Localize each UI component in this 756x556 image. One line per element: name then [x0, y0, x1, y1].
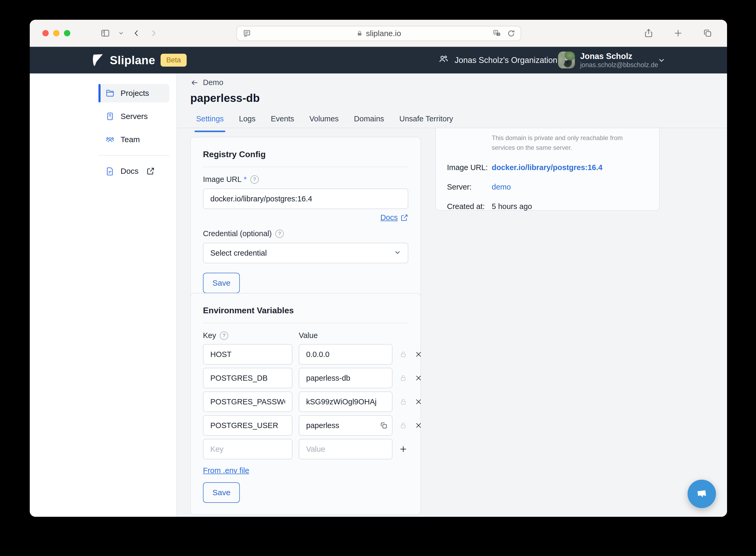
- server-icon: [105, 112, 115, 121]
- organization-switcher[interactable]: Jonas Scholz's Organization: [438, 54, 570, 67]
- sidebar-item-label: Docs: [120, 167, 139, 176]
- window-controls: [42, 30, 70, 36]
- value-column-header: Value: [299, 331, 393, 340]
- zoom-window-button[interactable]: [64, 30, 70, 36]
- image-url-label: Image URL:: [447, 163, 492, 172]
- sidebar-item-servers[interactable]: Servers: [99, 107, 169, 126]
- svg-text:文: 文: [498, 33, 500, 36]
- minimize-window-button[interactable]: [53, 30, 60, 36]
- env-key-input[interactable]: [203, 391, 292, 412]
- url-text: sliplane.io: [366, 29, 401, 38]
- address-bar[interactable]: sliplane.io A文: [237, 26, 521, 41]
- reload-icon[interactable]: [507, 29, 515, 38]
- chevron-down-icon[interactable]: [118, 30, 124, 36]
- created-at-label: Created at:: [447, 202, 492, 211]
- credential-select-value: Select credential: [203, 243, 408, 263]
- sidebar-item-label: Projects: [120, 89, 149, 98]
- copy-icon[interactable]: [380, 421, 388, 429]
- env-save-button[interactable]: Save: [203, 482, 240, 503]
- beta-badge: Beta: [160, 54, 187, 67]
- user-menu-chevron-down-icon[interactable]: [657, 56, 666, 65]
- env-value-input[interactable]: [299, 344, 393, 364]
- add-row-icon[interactable]: [399, 445, 408, 454]
- registry-save-button[interactable]: Save: [203, 273, 240, 293]
- share-icon[interactable]: [644, 28, 653, 38]
- external-link-icon: [146, 167, 155, 175]
- help-icon[interactable]: ?: [275, 230, 284, 238]
- back-arrow-icon: [190, 78, 199, 87]
- chat-bubble-icon: [694, 487, 709, 501]
- new-key-input[interactable]: [203, 439, 292, 459]
- credential-label: Credential (optional): [203, 229, 272, 238]
- help-icon[interactable]: ?: [220, 332, 228, 340]
- remove-row-icon[interactable]: [414, 422, 423, 429]
- external-link-icon: [400, 214, 408, 222]
- back-button[interactable]: [132, 29, 141, 38]
- help-icon[interactable]: ?: [250, 175, 259, 184]
- translate-icon[interactable]: A文: [493, 29, 501, 38]
- brand-logo[interactable]: Sliplane Beta: [91, 53, 187, 68]
- settings-scroll-area[interactable]: Registry Config Image URL * ? Docs: [177, 128, 727, 517]
- env-key-input[interactable]: [203, 368, 292, 388]
- brand-name: Sliplane: [110, 54, 155, 67]
- sidebar-toggle-icon[interactable]: [101, 28, 110, 38]
- user-menu[interactable]: Jonas Scholz jonas.scholz@bbscholz.de: [558, 51, 658, 69]
- sidebar: Projects Servers Team: [30, 73, 177, 517]
- card-divider: [203, 167, 408, 167]
- lock-icon[interactable]: [399, 350, 408, 358]
- from-env-file-link[interactable]: From .env file: [203, 466, 249, 475]
- docs-link[interactable]: Docs: [381, 213, 408, 222]
- env-value-input[interactable]: [299, 368, 393, 388]
- sidebar-divider: [99, 155, 169, 155]
- lock-icon[interactable]: [399, 421, 408, 429]
- app-header: Sliplane Beta Jonas Scholz's Organizatio…: [30, 47, 727, 73]
- sidebar-item-docs[interactable]: Docs: [99, 162, 169, 180]
- new-value-input[interactable]: [299, 439, 393, 459]
- sidebar-item-label: Servers: [120, 112, 148, 121]
- image-url-input[interactable]: [203, 188, 408, 209]
- environment-variables-card: Environment Variables Key ? Value: [190, 293, 421, 515]
- required-marker: *: [244, 175, 247, 184]
- env-value-input[interactable]: [299, 415, 393, 436]
- card-divider: [203, 323, 408, 323]
- chat-widget-button[interactable]: [688, 480, 716, 508]
- card-title: Registry Config: [203, 149, 408, 159]
- detail-row-image-url: Image URL: docker.io/library/postgres:16…: [447, 163, 649, 172]
- key-column-header: Key: [203, 331, 216, 340]
- close-window-button[interactable]: [42, 30, 49, 36]
- organization-icon: [438, 54, 449, 67]
- image-url-link[interactable]: docker.io/library/postgres:16.4: [492, 163, 649, 172]
- env-var-row: [203, 415, 408, 436]
- browser-toolbar: sliplane.io A文: [30, 20, 727, 47]
- env-var-row: [203, 344, 408, 364]
- sidebar-item-team[interactable]: Team: [99, 130, 169, 149]
- env-key-input[interactable]: [203, 344, 292, 364]
- remove-row-icon[interactable]: [414, 351, 423, 358]
- created-at-value: 5 hours ago: [492, 202, 649, 211]
- breadcrumb[interactable]: Demo: [190, 78, 223, 87]
- env-key-input[interactable]: [203, 415, 292, 436]
- new-tab-icon[interactable]: [673, 28, 683, 38]
- server-label: Server:: [447, 183, 492, 192]
- registry-config-card: Registry Config Image URL * ? Docs: [190, 137, 421, 306]
- chevron-down-icon: [394, 248, 401, 257]
- remove-row-icon[interactable]: [414, 398, 423, 406]
- organization-name: Jonas Scholz's Organization: [455, 56, 557, 65]
- server-link[interactable]: demo: [492, 183, 649, 192]
- lock-icon[interactable]: [399, 374, 408, 382]
- forward-button[interactable]: [149, 29, 158, 38]
- private-domain-note: This domain is private and only reachabl…: [492, 133, 644, 152]
- sidebar-item-projects[interactable]: Projects: [99, 84, 169, 102]
- user-name: Jonas Scholz: [580, 51, 658, 61]
- credential-select[interactable]: Select credential: [203, 243, 408, 263]
- card-title: Environment Variables: [203, 306, 408, 315]
- env-var-new-row: [203, 439, 408, 459]
- env-var-row: [203, 391, 408, 412]
- svg-text:A: A: [495, 31, 497, 34]
- remove-row-icon[interactable]: [414, 374, 423, 382]
- tab-overview-icon[interactable]: [703, 28, 712, 38]
- env-value-input[interactable]: [299, 391, 393, 412]
- lock-icon[interactable]: [399, 398, 408, 406]
- detail-row-created: Created at: 5 hours ago: [447, 202, 649, 211]
- team-icon: [105, 135, 115, 144]
